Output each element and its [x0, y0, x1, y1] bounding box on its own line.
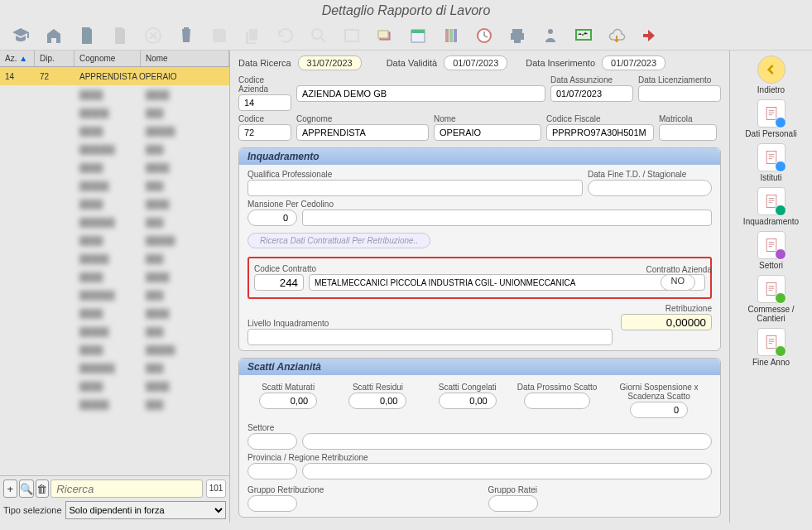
svg-rect-16	[766, 239, 776, 252]
grid-row[interactable]: █████████	[0, 213, 229, 231]
nome-azienda-field[interactable]	[296, 85, 545, 102]
nav-fine-anno[interactable]: Fine Anno	[735, 328, 808, 367]
cancel-icon[interactable]	[142, 25, 164, 46]
grid-row[interactable]: █████████	[0, 286, 229, 304]
tipo-selezione-select[interactable]: Solo dipendenti in forza	[65, 501, 226, 519]
cf-field[interactable]	[546, 124, 654, 141]
nome-field[interactable]	[434, 124, 541, 141]
col-cognome[interactable]: Cognome	[74, 51, 141, 66]
codice-field[interactable]	[238, 124, 291, 141]
building-icon[interactable]	[43, 25, 65, 46]
provincia-code-field[interactable]	[247, 463, 297, 479]
giorni-sosp-field[interactable]	[630, 402, 688, 418]
cognome-field[interactable]	[296, 124, 429, 141]
nav-indietro[interactable]: Indietro	[735, 55, 808, 94]
settore-desc-field[interactable]	[302, 433, 712, 450]
svg-rect-15	[766, 195, 776, 208]
grid-row[interactable]: ████████	[0, 195, 229, 213]
grid-row[interactable]: ████████	[0, 322, 229, 340]
gruppo-ratei-field[interactable]	[488, 495, 538, 512]
codice-azienda-field[interactable]	[238, 94, 291, 111]
grid-row[interactable]: ████████	[0, 249, 229, 267]
monitor-icon[interactable]	[573, 25, 594, 46]
retribuzione-field[interactable]	[621, 314, 712, 330]
print-icon[interactable]	[507, 25, 528, 46]
grid-row[interactable]: ████████	[0, 104, 229, 122]
refresh-icon[interactable]	[275, 25, 296, 46]
grid-row[interactable]: ████████	[0, 267, 229, 286]
data-ricerca-field[interactable]: 31/07/2023	[298, 55, 362, 70]
scatti-residui-field[interactable]	[348, 393, 406, 409]
cognome-label: Cognome	[296, 114, 429, 123]
save-icon[interactable]	[209, 25, 230, 46]
add-button[interactable]: +	[3, 479, 17, 498]
nav-istituti[interactable]: Istituti	[735, 143, 808, 182]
nav-dati-personali[interactable]: Dati Personali	[735, 99, 808, 138]
giorni-sosp-label: Giorni Sospensione x Scadenza Scatto	[606, 383, 712, 401]
data-validita-field[interactable]: 01/07/2023	[444, 55, 507, 70]
grid-row[interactable]: ████████	[0, 395, 229, 413]
calendar-icon[interactable]	[407, 25, 429, 46]
data-assunzione-field[interactable]	[550, 85, 633, 102]
data-licenziamento-label: Data Licenziamento	[638, 75, 721, 84]
search-input[interactable]	[50, 479, 203, 498]
grid-row[interactable]: ████████	[0, 304, 229, 322]
grid-row[interactable]: █████████	[0, 340, 229, 359]
search-button[interactable]: 🔍	[19, 479, 34, 498]
col-azienda[interactable]: Az. ▲	[0, 51, 35, 66]
exit-icon[interactable]	[639, 25, 661, 46]
nav-settori[interactable]: Settori	[735, 231, 808, 270]
copy-icon[interactable]	[242, 25, 263, 46]
books-icon[interactable]	[440, 25, 462, 46]
settore-code-field[interactable]	[247, 433, 297, 450]
contratto-azienda-field[interactable]: NO	[661, 274, 696, 291]
grid-row[interactable]: ████████	[0, 158, 229, 176]
cards-icon[interactable]	[374, 25, 396, 46]
qualifica-field[interactable]	[247, 180, 583, 196]
grid-row[interactable]: ████████	[0, 176, 229, 195]
doc-check-icon[interactable]	[76, 25, 98, 46]
contratto-desc-field[interactable]	[309, 274, 705, 291]
settore-label: Settore	[247, 423, 712, 432]
livello-label: Livello Inquadramento	[247, 319, 613, 328]
grid-row[interactable]: ████████	[0, 85, 229, 104]
retribuzione-label: Retribuzione	[621, 304, 712, 313]
svg-rect-8	[449, 29, 453, 42]
grid-row[interactable]: █████████	[0, 140, 229, 158]
delete-button[interactable]: 🗑	[36, 479, 50, 498]
grid-row-selected[interactable]: 14 72 APPRENDISTA OPERAIO	[0, 67, 229, 85]
provincia-desc-field[interactable]	[302, 463, 712, 479]
col-dipendente[interactable]: Dip.	[35, 51, 74, 66]
nav-inquadramento[interactable]: Inquadramento	[735, 187, 808, 226]
data-inserimento-field[interactable]: 01/07/2023	[602, 55, 665, 70]
svg-rect-2	[345, 30, 358, 41]
clock-icon[interactable]	[473, 25, 495, 46]
grid-row[interactable]: █████████	[0, 231, 229, 249]
scatti-congelati-field[interactable]	[439, 393, 497, 409]
matricola-field[interactable]	[659, 124, 717, 141]
data-licenziamento-field[interactable]	[638, 85, 721, 102]
gruppo-retr-field[interactable]	[247, 495, 297, 512]
nav-commesse[interactable]: Commesse / Cantieri	[735, 275, 808, 323]
grid-row[interactable]: ████████	[0, 377, 229, 395]
mansione-code-field[interactable]	[247, 210, 297, 226]
window-icon[interactable]	[341, 25, 363, 46]
grid-row[interactable]: █████████	[0, 359, 229, 377]
codice-contratto-field[interactable]	[254, 274, 304, 291]
cloud-icon[interactable]	[606, 25, 627, 46]
livello-field[interactable]	[247, 329, 613, 345]
scatti-maturati-field[interactable]	[259, 393, 317, 409]
ricerca-contratto-button[interactable]: Ricerca Dati Contrattuali Per Retribuzio…	[247, 233, 430, 248]
graduate-icon[interactable]	[10, 25, 31, 46]
data-prossimo-field[interactable]	[524, 393, 590, 409]
col-nome[interactable]: Nome	[141, 51, 229, 66]
data-fine-td-label: Data Fine T.D. / Stagionale	[588, 170, 712, 179]
data-fine-td-field[interactable]	[588, 180, 712, 196]
inquadramento-panel: Inquadramento Qualifica Professionale Da…	[238, 147, 721, 351]
grid-row[interactable]: █████████	[0, 122, 229, 140]
person-doc-icon[interactable]	[540, 25, 561, 46]
doc-plus-icon[interactable]	[109, 25, 131, 46]
mansione-desc-field[interactable]	[302, 210, 712, 226]
zoom-icon[interactable]	[308, 25, 329, 46]
trash-icon[interactable]	[175, 25, 197, 46]
